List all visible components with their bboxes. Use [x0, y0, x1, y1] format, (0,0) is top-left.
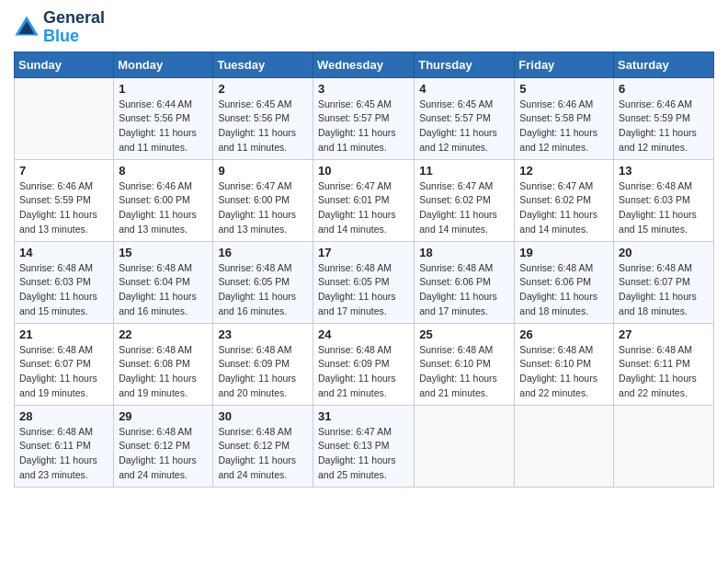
calendar-cell: 19Sunrise: 6:48 AMSunset: 6:06 PMDayligh… — [515, 241, 614, 323]
day-number: 1 — [119, 82, 208, 96]
day-info: Sunrise: 6:48 AMSunset: 6:07 PMDaylight:… — [19, 343, 108, 401]
calendar-cell: 31Sunrise: 6:47 AMSunset: 6:13 PMDayligh… — [313, 405, 414, 487]
day-number: 12 — [519, 164, 609, 178]
day-number: 21 — [19, 327, 108, 341]
day-number: 2 — [218, 82, 308, 96]
logo-text: General Blue — [43, 9, 105, 46]
calendar-cell: 2Sunrise: 6:45 AMSunset: 5:56 PMDaylight… — [213, 77, 313, 159]
day-number: 22 — [119, 327, 208, 341]
day-number: 6 — [619, 82, 709, 96]
calendar-cell: 23Sunrise: 6:48 AMSunset: 6:09 PMDayligh… — [213, 323, 313, 405]
day-info: Sunrise: 6:45 AMSunset: 5:56 PMDaylight:… — [218, 98, 308, 155]
day-info: Sunrise: 6:47 AMSunset: 6:13 PMDaylight:… — [318, 425, 409, 483]
calendar-cell — [15, 77, 114, 159]
day-info: Sunrise: 6:45 AMSunset: 5:57 PMDaylight:… — [318, 98, 409, 155]
day-number: 17 — [318, 246, 409, 259]
logo: General Blue — [14, 9, 105, 46]
calendar-week-3: 14Sunrise: 6:48 AMSunset: 6:03 PMDayligh… — [15, 241, 714, 323]
calendar-cell: 14Sunrise: 6:48 AMSunset: 6:03 PMDayligh… — [15, 241, 114, 323]
day-info: Sunrise: 6:45 AMSunset: 5:57 PMDaylight:… — [419, 98, 509, 155]
calendar-cell: 26Sunrise: 6:48 AMSunset: 6:10 PMDayligh… — [515, 323, 614, 405]
day-info: Sunrise: 6:47 AMSunset: 6:02 PMDaylight:… — [519, 179, 609, 237]
day-number: 24 — [318, 327, 409, 341]
day-number: 11 — [419, 164, 509, 178]
day-info: Sunrise: 6:46 AMSunset: 5:59 PMDaylight:… — [619, 98, 709, 155]
calendar-cell: 8Sunrise: 6:46 AMSunset: 6:00 PMDaylight… — [114, 159, 213, 241]
calendar-cell: 12Sunrise: 6:47 AMSunset: 6:02 PMDayligh… — [515, 159, 614, 241]
page-header: General Blue — [14, 9, 714, 46]
calendar-cell — [415, 405, 515, 487]
day-info: Sunrise: 6:47 AMSunset: 6:01 PMDaylight:… — [318, 179, 409, 237]
calendar-cell: 18Sunrise: 6:48 AMSunset: 6:06 PMDayligh… — [415, 241, 515, 323]
day-number: 5 — [519, 82, 609, 96]
calendar-cell: 9Sunrise: 6:47 AMSunset: 6:00 PMDaylight… — [213, 159, 313, 241]
calendar-week-2: 7Sunrise: 6:46 AMSunset: 5:59 PMDaylight… — [15, 159, 714, 241]
day-header-friday: Friday — [515, 52, 614, 77]
day-info: Sunrise: 6:48 AMSunset: 6:04 PMDaylight:… — [119, 261, 208, 319]
day-number: 25 — [419, 327, 509, 341]
day-number: 26 — [519, 327, 609, 341]
day-info: Sunrise: 6:48 AMSunset: 6:09 PMDaylight:… — [218, 343, 308, 401]
calendar-cell: 16Sunrise: 6:48 AMSunset: 6:05 PMDayligh… — [213, 241, 313, 323]
calendar-cell: 3Sunrise: 6:45 AMSunset: 5:57 PMDaylight… — [313, 77, 414, 159]
day-number: 9 — [218, 164, 308, 178]
day-number: 3 — [318, 82, 409, 96]
day-number: 7 — [19, 164, 108, 178]
day-number: 30 — [218, 409, 308, 423]
day-info: Sunrise: 6:48 AMSunset: 6:09 PMDaylight:… — [318, 343, 409, 401]
day-info: Sunrise: 6:48 AMSunset: 6:08 PMDaylight:… — [119, 343, 208, 401]
day-info: Sunrise: 6:48 AMSunset: 6:10 PMDaylight:… — [419, 343, 509, 401]
day-number: 10 — [318, 164, 409, 178]
calendar-cell: 30Sunrise: 6:48 AMSunset: 6:12 PMDayligh… — [213, 405, 313, 487]
calendar-cell: 11Sunrise: 6:47 AMSunset: 6:02 PMDayligh… — [415, 159, 515, 241]
day-info: Sunrise: 6:46 AMSunset: 5:58 PMDaylight:… — [519, 98, 609, 155]
calendar-cell: 6Sunrise: 6:46 AMSunset: 5:59 PMDaylight… — [614, 77, 714, 159]
calendar-cell: 28Sunrise: 6:48 AMSunset: 6:11 PMDayligh… — [15, 405, 114, 487]
calendar-cell — [614, 405, 714, 487]
day-header-wednesday: Wednesday — [313, 52, 414, 77]
day-info: Sunrise: 6:48 AMSunset: 6:03 PMDaylight:… — [619, 179, 709, 237]
day-info: Sunrise: 6:48 AMSunset: 6:11 PMDaylight:… — [19, 425, 108, 483]
calendar-cell: 24Sunrise: 6:48 AMSunset: 6:09 PMDayligh… — [313, 323, 414, 405]
calendar-cell: 25Sunrise: 6:48 AMSunset: 6:10 PMDayligh… — [415, 323, 515, 405]
day-info: Sunrise: 6:48 AMSunset: 6:10 PMDaylight:… — [519, 343, 609, 401]
day-number: 16 — [218, 246, 308, 259]
day-info: Sunrise: 6:48 AMSunset: 6:12 PMDaylight:… — [119, 425, 208, 483]
calendar-cell: 27Sunrise: 6:48 AMSunset: 6:11 PMDayligh… — [614, 323, 714, 405]
day-info: Sunrise: 6:48 AMSunset: 6:03 PMDaylight:… — [19, 261, 108, 319]
calendar-cell: 17Sunrise: 6:48 AMSunset: 6:05 PMDayligh… — [313, 241, 414, 323]
day-info: Sunrise: 6:48 AMSunset: 6:06 PMDaylight:… — [419, 261, 509, 319]
day-number: 23 — [218, 327, 308, 341]
calendar-cell: 7Sunrise: 6:46 AMSunset: 5:59 PMDaylight… — [15, 159, 114, 241]
day-header-monday: Monday — [114, 52, 213, 77]
day-number: 28 — [19, 409, 108, 423]
calendar-week-1: 1Sunrise: 6:44 AMSunset: 5:56 PMDaylight… — [15, 77, 714, 159]
day-info: Sunrise: 6:48 AMSunset: 6:06 PMDaylight:… — [519, 261, 609, 319]
day-number: 4 — [419, 82, 509, 96]
day-number: 13 — [619, 164, 709, 178]
day-header-tuesday: Tuesday — [213, 52, 313, 77]
calendar-table: SundayMondayTuesdayWednesdayThursdayFrid… — [14, 52, 714, 488]
calendar-cell: 5Sunrise: 6:46 AMSunset: 5:58 PMDaylight… — [515, 77, 614, 159]
day-number: 8 — [119, 164, 208, 178]
day-number: 27 — [619, 327, 709, 341]
day-info: Sunrise: 6:46 AMSunset: 6:00 PMDaylight:… — [119, 179, 208, 237]
day-number: 15 — [119, 246, 208, 259]
calendar-cell: 13Sunrise: 6:48 AMSunset: 6:03 PMDayligh… — [614, 159, 714, 241]
calendar-cell: 22Sunrise: 6:48 AMSunset: 6:08 PMDayligh… — [114, 323, 213, 405]
calendar-cell: 29Sunrise: 6:48 AMSunset: 6:12 PMDayligh… — [114, 405, 213, 487]
calendar-header: SundayMondayTuesdayWednesdayThursdayFrid… — [15, 52, 714, 77]
day-info: Sunrise: 6:44 AMSunset: 5:56 PMDaylight:… — [119, 98, 208, 155]
day-info: Sunrise: 6:48 AMSunset: 6:05 PMDaylight:… — [218, 261, 308, 319]
calendar-cell: 20Sunrise: 6:48 AMSunset: 6:07 PMDayligh… — [614, 241, 714, 323]
day-info: Sunrise: 6:48 AMSunset: 6:05 PMDaylight:… — [318, 261, 409, 319]
day-header-sunday: Sunday — [15, 52, 114, 77]
day-header-saturday: Saturday — [614, 52, 714, 77]
day-header-thursday: Thursday — [415, 52, 515, 77]
day-number: 29 — [119, 409, 208, 423]
day-info: Sunrise: 6:48 AMSunset: 6:07 PMDaylight:… — [619, 261, 709, 319]
day-number: 20 — [619, 246, 709, 259]
day-number: 31 — [318, 409, 409, 423]
calendar-cell: 21Sunrise: 6:48 AMSunset: 6:07 PMDayligh… — [15, 323, 114, 405]
day-info: Sunrise: 6:47 AMSunset: 6:02 PMDaylight:… — [419, 179, 509, 237]
